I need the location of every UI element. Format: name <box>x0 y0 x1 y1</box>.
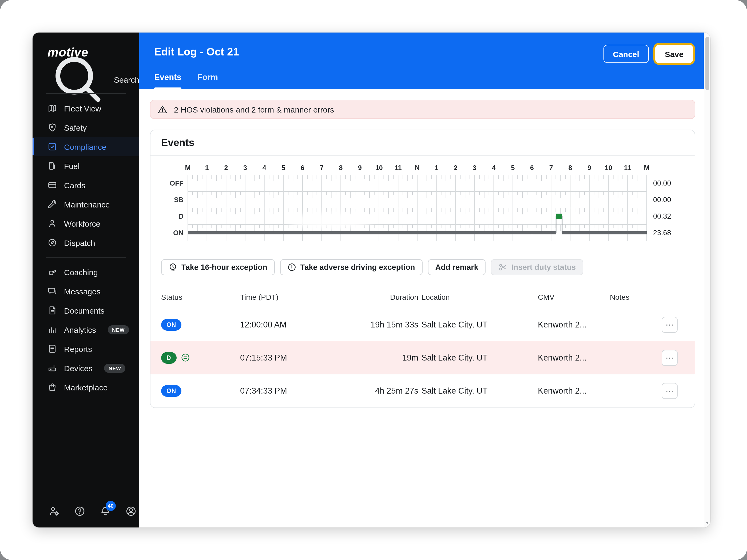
sidebar-item-coaching[interactable]: Coaching <box>32 262 139 282</box>
sidebar-item-label: Maintenance <box>64 200 110 209</box>
sidebar-item-fuel[interactable]: Fuel <box>32 156 139 176</box>
take-16-hour-exception-button[interactable]: 16 Take 16-hour exception <box>161 259 275 275</box>
sidebar-item-fleet-view[interactable]: Fleet View <box>32 99 139 118</box>
tab-events[interactable]: Events <box>154 73 181 89</box>
shield-icon <box>48 123 57 132</box>
sidebar-item-label: Fleet View <box>64 104 101 113</box>
notifications-bell-icon[interactable]: 40 <box>100 506 111 517</box>
help-icon[interactable] <box>74 506 85 517</box>
time-cell: 07:34:33 PM <box>240 386 335 396</box>
sidebar-item-devices[interactable]: Devices NEW <box>32 358 139 378</box>
column-header-duration: Duration <box>335 293 421 301</box>
sidebar-footer: 40 <box>32 506 139 528</box>
svg-text:7: 7 <box>549 164 553 171</box>
log-actions-row: 16 Take 16-hour exception Take adverse d… <box>151 249 695 286</box>
svg-text:10: 10 <box>376 164 383 171</box>
svg-text:7: 7 <box>320 164 324 171</box>
sidebar-item-label: Reports <box>64 344 92 353</box>
profile-icon[interactable] <box>125 506 136 517</box>
row-menu-button[interactable]: ⋯ <box>662 383 678 399</box>
svg-text:5: 5 <box>511 164 515 171</box>
svg-text:9: 9 <box>588 164 591 171</box>
row-menu-button[interactable]: ⋯ <box>662 350 678 366</box>
svg-text:11: 11 <box>394 164 402 171</box>
cmv-cell: Kenworth 2... <box>538 320 610 329</box>
sidebar-item-cards[interactable]: Cards <box>32 176 139 195</box>
svg-text:1: 1 <box>435 164 438 171</box>
screenshot-canvas: motive Search Fleet View Safety Complian… <box>0 0 747 560</box>
tab-form[interactable]: Form <box>198 73 218 89</box>
svg-text:ON: ON <box>173 229 184 237</box>
svg-text:4: 4 <box>262 164 266 171</box>
take-adverse-driving-exception-button[interactable]: Take adverse driving exception <box>280 259 422 275</box>
duration-cell: 19h 15m 33s <box>335 320 421 329</box>
svg-text:00.32: 00.32 <box>653 212 671 220</box>
svg-text:2: 2 <box>224 164 228 171</box>
whistle-icon <box>48 267 57 277</box>
svg-text:M: M <box>644 164 650 171</box>
status-badge: ON <box>161 385 181 397</box>
sidebar-search[interactable]: Search <box>32 71 139 88</box>
cancel-button[interactable]: Cancel <box>603 45 649 63</box>
sidebar-divider <box>46 257 126 258</box>
sidebar-item-label: Devices <box>64 364 93 373</box>
status-badge: ON <box>161 319 181 330</box>
location-cell: Salt Lake City, UT <box>421 386 538 396</box>
time-cell: 12:00:00 AM <box>240 320 335 329</box>
page-title: Edit Log - Oct 21 <box>154 46 239 58</box>
log-tabs: Events Form <box>154 73 218 89</box>
duration-cell: 4h 25m 27s <box>335 386 421 396</box>
svg-text:N: N <box>415 164 420 171</box>
sidebar-item-label: Analytics <box>64 325 96 334</box>
column-header-location: Location <box>421 293 538 301</box>
sidebar-item-label: Messages <box>64 287 101 296</box>
report-icon <box>48 344 57 354</box>
svg-text:00.00: 00.00 <box>653 196 671 204</box>
svg-text:5: 5 <box>281 164 285 171</box>
content-area: 2 HOS violations and 2 form & manner err… <box>139 89 704 528</box>
sidebar-item-label: Safety <box>64 123 87 132</box>
events-card-title: Events <box>151 130 695 156</box>
admin-user-icon[interactable] <box>49 506 60 517</box>
sidebar-item-reports[interactable]: Reports <box>32 339 139 358</box>
sidebar-item-messages[interactable]: Messages <box>32 282 139 301</box>
svg-text:4: 4 <box>492 164 496 171</box>
hos-chart-wrap: M1234567891011N1234567891011MOFFSBDON00.… <box>151 156 695 249</box>
svg-text:D: D <box>179 212 184 220</box>
sidebar-item-workforce[interactable]: Workforce <box>32 214 139 233</box>
sidebar-item-label: Workforce <box>64 219 100 228</box>
svg-text:M: M <box>185 164 191 171</box>
column-header-status: Status <box>161 293 240 301</box>
sidebar-item-safety[interactable]: Safety <box>32 118 139 137</box>
sidebar-item-documents[interactable]: Documents <box>32 301 139 320</box>
violations-alert-banner: 2 HOS violations and 2 form & manner err… <box>150 100 695 119</box>
credit-card-icon <box>48 180 57 190</box>
sidebar-item-dispatch[interactable]: Dispatch <box>32 233 139 252</box>
button-label: Take adverse driving exception <box>301 263 415 271</box>
fuel-pump-icon <box>48 161 57 171</box>
scroll-down-arrow-icon[interactable]: ▼ <box>704 521 710 525</box>
svg-text:8: 8 <box>568 164 572 171</box>
sidebar-item-marketplace[interactable]: Marketplace <box>32 378 139 397</box>
header-actions: Cancel Save <box>603 45 696 63</box>
cmv-cell: Kenworth 2... <box>538 353 610 363</box>
sidebar-item-analytics[interactable]: Analytics NEW <box>32 320 139 339</box>
window-scrollbar[interactable]: ▼ <box>704 32 710 528</box>
svg-text:9: 9 <box>358 164 362 171</box>
shopping-bag-icon <box>48 382 57 392</box>
sidebar-item-maintenance[interactable]: Maintenance <box>32 195 139 214</box>
scrollbar-thumb[interactable] <box>705 37 709 90</box>
bar-chart-icon <box>48 325 57 335</box>
save-button[interactable]: Save <box>655 45 693 63</box>
hos-grid-chart: M1234567891011N1234567891011MOFFSBDON00.… <box>161 164 685 247</box>
status-badge: D <box>161 352 176 364</box>
add-remark-button[interactable]: Add remark <box>428 259 486 275</box>
row-menu-button[interactable]: ⋯ <box>662 317 678 332</box>
compliance-icon <box>48 142 57 152</box>
sidebar-item-label: Documents <box>64 306 105 315</box>
new-badge: NEW <box>104 364 125 373</box>
document-icon <box>48 305 57 315</box>
column-header-time: Time (PDT) <box>240 293 335 301</box>
sidebar-item-compliance[interactable]: Compliance <box>32 137 139 156</box>
button-label: Take 16-hour exception <box>181 263 267 271</box>
